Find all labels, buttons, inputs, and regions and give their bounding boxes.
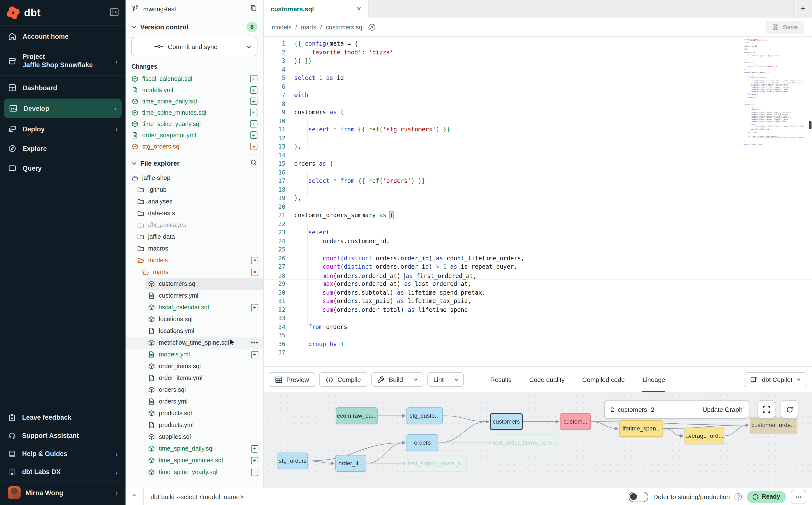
stage-plus-icon[interactable]: + [251, 445, 259, 452]
code-line-8[interactable]: 8 [264, 100, 812, 108]
sidebar-item-deploy[interactable]: Deploy › [0, 119, 126, 139]
modified-dot-icon[interactable] [250, 143, 258, 150]
sidebar-item-query[interactable]: Query [0, 158, 126, 178]
tree-item-jaffle-shop[interactable]: jaffle-shop [126, 172, 263, 184]
more-options-button[interactable]: ⋯ [791, 490, 806, 504]
item-menu-icon[interactable]: ••• [251, 339, 259, 346]
code-line-19[interactable]: 19), [264, 194, 812, 203]
code-line-34[interactable]: 34 from orders [264, 323, 812, 331]
help-icon[interactable]: ? [735, 493, 742, 500]
tree-item-products-sql[interactable]: products.sql [126, 407, 263, 419]
change-row[interactable]: time_spine_yearly.sql+ [126, 118, 263, 130]
tree-item-macros[interactable]: macros [126, 243, 263, 255]
code-line-14[interactable]: 14 [264, 151, 812, 160]
breadcrumb-file[interactable]: customers.sql [326, 24, 364, 31]
commit-and-sync-button[interactable]: Commit and sync [131, 37, 258, 56]
code-line-5[interactable]: 5select 1 as id [264, 74, 812, 82]
tree-item-order-items-yml[interactable]: order_items.yml [126, 372, 263, 384]
stage-plus-icon[interactable]: + [251, 304, 259, 311]
change-row[interactable]: models.yml+ [126, 84, 263, 96]
code-line-4[interactable]: 4 [264, 65, 812, 74]
refresh-button[interactable] [781, 400, 798, 419]
stage-plus-icon[interactable]: + [250, 131, 258, 139]
tree-item-customers-yml[interactable]: customers.yml [126, 290, 263, 302]
preview-button[interactable]: Preview [269, 372, 316, 387]
compile-button[interactable]: Compile [319, 372, 367, 387]
code-line-24[interactable]: 24 orders.customer_id, [264, 237, 812, 245]
tree-item-fiscal-calendar-sql[interactable]: fiscal_calendar.sql+ [126, 302, 263, 313]
sidebar-collapse-icon[interactable] [110, 8, 119, 17]
tab-results[interactable]: Results [490, 367, 512, 392]
lineage-canvas[interactable]: ecom.raw_cu...stg_custo...customerscusto… [264, 392, 812, 488]
tree-item-order-items-sql[interactable]: order_items.sql [126, 360, 263, 372]
lineage-node-customers[interactable]: customers [490, 413, 523, 430]
lineage-node-customers_pink[interactable]: custom... [560, 413, 591, 430]
code-line-20[interactable]: 20 [264, 203, 812, 211]
tab-code-quality[interactable]: Code quality [529, 367, 564, 392]
code-line-15[interactable]: 15orders as ( [264, 160, 812, 168]
code-line-26[interactable]: 26 count(distinct orders.order_id) as co… [264, 254, 812, 263]
lineage-node-customer_orders[interactable]: customer_orde... [750, 417, 797, 434]
tree-item-supplies-sql[interactable]: supplies.sql [126, 431, 263, 443]
tab-customers-sql[interactable]: customers.sql ✕ [264, 0, 369, 18]
code-line-21[interactable]: 21customer_orders_summary as ( [264, 211, 812, 220]
tree-item-orders-yml[interactable]: orders.yml [126, 396, 263, 407]
tree-item-dbt-packages[interactable]: dbt_packages [126, 219, 263, 231]
modified-dot-icon[interactable] [251, 257, 259, 264]
modified-dot-icon[interactable] [251, 269, 259, 276]
sidebar-item-explore[interactable]: Explore [0, 139, 126, 158]
tree-item-analyses[interactable]: analyses [126, 196, 263, 207]
stage-plus-icon[interactable]: + [250, 86, 258, 94]
lineage-node-lifetime_spend[interactable]: lifetime_spen... [619, 420, 663, 437]
lineage-node-order_items[interactable]: order_it... [335, 455, 366, 472]
tree-item-customers-sql[interactable]: customers.sql [145, 278, 263, 290]
tree-item-time-spine-daily-sql[interactable]: time_spine_daily.sql+ [126, 443, 263, 455]
sidebar-item-leave-feedback[interactable]: Leave feedback [0, 408, 126, 427]
code-line-23[interactable]: 23 select [264, 228, 812, 237]
code-line-7[interactable]: 7with [264, 91, 812, 100]
minus-icon[interactable]: − [251, 469, 259, 476]
sidebar-item-account-home[interactable]: Account home [0, 26, 126, 46]
tree-item-marts[interactable]: marts [126, 266, 263, 278]
sidebar-item-dashboard[interactable]: Dashboard [0, 78, 126, 98]
tab-compiled-code[interactable]: Compiled code [582, 367, 625, 392]
code-line-37[interactable]: 37 [264, 349, 812, 357]
code-line-25[interactable]: 25 [264, 245, 812, 254]
sidebar-item-dbt-labs-dx[interactable]: dbt Labs DX › [0, 463, 126, 481]
lint-options-dropdown[interactable] [450, 373, 463, 386]
code-line-36[interactable]: 36 group by 1 [264, 340, 812, 349]
file-search-icon[interactable] [250, 159, 258, 168]
lineage-node-average_order[interactable]: average_ord... [684, 428, 724, 444]
tree-item-models-yml[interactable]: models.yml+ [126, 349, 263, 360]
code-line-2[interactable]: 2 'favorite_food': 'pizza' [264, 48, 812, 57]
change-row[interactable]: stg_orders.sql [126, 141, 263, 152]
code-line-17[interactable]: 17 select * from {{ ref('orders') }} [264, 177, 812, 186]
close-icon[interactable]: ✕ [356, 5, 361, 12]
version-control-header[interactable]: Version control 8 [126, 18, 263, 36]
breadcrumb-marts[interactable]: marts [301, 24, 317, 31]
code-line-32[interactable]: 32 sum(orders.order_total) as lifetime_s… [264, 306, 812, 314]
code-editor[interactable]: 1{{ config(meta = {2 'favorite_food': 'p… [264, 37, 812, 366]
stage-plus-icon[interactable]: + [250, 98, 258, 105]
new-tab-button[interactable]: + [793, 0, 812, 18]
build-options-dropdown[interactable] [410, 373, 423, 386]
tree-item-orders-sql[interactable]: orders.sql [126, 384, 263, 396]
sidebar-item-support-assistant[interactable]: Support Assistant [0, 427, 126, 445]
code-line-3[interactable]: 3}) }} [264, 57, 812, 65]
stage-plus-icon[interactable]: + [250, 120, 258, 128]
lineage-node-stg_orders[interactable]: stg_orders [278, 453, 308, 469]
code-line-6[interactable]: 6 [264, 82, 812, 91]
code-line-28[interactable]: 28 min(orders.ordered_at) as first_order… [264, 272, 812, 280]
build-button[interactable]: Build [371, 372, 423, 387]
lint-button[interactable]: Lint [427, 372, 464, 387]
code-line-27[interactable]: 27 count(distinct orders.order_id) > 1 a… [264, 263, 812, 272]
lineage-node-test_order_items[interactable]: test_order_items_com... [493, 435, 556, 451]
dbt-copilot-button[interactable]: dbt Copilot [744, 372, 807, 387]
copy-icon[interactable] [250, 4, 258, 13]
change-row[interactable]: time_spine_daily.sql+ [126, 96, 263, 107]
commit-options-dropdown[interactable] [240, 37, 257, 56]
tree-item-jaffle-data[interactable]: jaffle-data [126, 231, 263, 243]
tree-item-locations-sql[interactable]: locations.sql [126, 313, 263, 325]
fullscreen-button[interactable] [758, 400, 775, 419]
tree-item-time-spine-yearly-sql[interactable]: time_spine_yearly.sql− [126, 466, 263, 478]
